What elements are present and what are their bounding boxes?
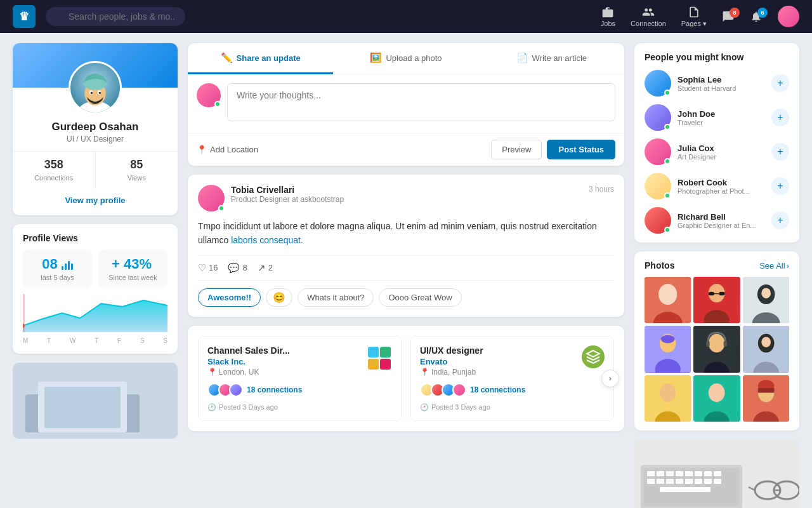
person-1-role: Student at Harvard <box>678 84 765 92</box>
svg-rect-30 <box>661 335 675 344</box>
nav-notifications[interactable]: 6 <box>750 10 763 23</box>
nav-messages[interactable]: 8 <box>722 10 735 23</box>
clock-icon-1: 🕐 <box>207 403 216 411</box>
jobs-card: Channel Sales Dir... Slack Inc. 📍 London… <box>188 326 624 431</box>
person-2-add-button[interactable]: + <box>771 109 789 126</box>
job-1-header: Channel Sales Dir... Slack Inc. 📍 London… <box>207 345 392 377</box>
job-2-company: Envato <box>420 357 483 366</box>
job-2-connections: 18 connections <box>420 383 605 397</box>
person-2-avatar <box>645 104 671 131</box>
user-avatar-nav[interactable] <box>778 6 799 27</box>
reaction-awesome-button[interactable]: Awesome!! <box>198 288 261 307</box>
person-item-2: John Doe Traveler + <box>645 104 789 131</box>
person-1-add-button[interactable]: + <box>771 74 789 92</box>
post-author-avatar <box>198 185 225 211</box>
view-profile-link[interactable]: View my profile <box>23 196 167 205</box>
message-badge: 8 <box>730 8 740 18</box>
chart-day-t2: T <box>95 337 98 344</box>
post-author-role: Product Designer at askbootstrap <box>231 195 582 204</box>
person-4-add-button[interactable]: + <box>771 177 789 195</box>
job-1-posted: 🕐 Posted 3 Days ago <box>207 403 392 411</box>
photo-thumb-1[interactable] <box>645 277 691 323</box>
person-3-add-button[interactable]: + <box>771 143 789 161</box>
feed-post: Tobia Crivellari Product Designer at ask… <box>188 175 624 317</box>
svg-point-39 <box>761 337 771 348</box>
reaction-emoji-button[interactable]: 😊 <box>266 288 292 307</box>
tab-write-article[interactable]: 📄 Write an article <box>479 43 624 74</box>
bottom-right-image <box>634 439 799 508</box>
comment-icon: 💬 <box>228 262 240 274</box>
photo-thumb-7[interactable] <box>645 375 691 422</box>
add-location-button[interactable]: 📍 Add Location <box>197 145 258 154</box>
photo-thumb-8[interactable] <box>693 375 740 422</box>
person-2-name: John Doe <box>678 109 765 119</box>
post-status-button[interactable]: Post Status <box>547 140 615 159</box>
last5-label: last 5 days <box>29 274 86 281</box>
svg-point-45 <box>709 384 725 402</box>
chevron-right-icon: › <box>787 261 789 271</box>
post-body-link[interactable]: laboris consequat. <box>231 235 303 245</box>
photos-title: Photos <box>645 260 674 271</box>
reaction-ooo-button[interactable]: Oooo Great Wow <box>379 288 461 307</box>
svg-rect-64 <box>695 471 702 476</box>
person-5-add-button[interactable]: + <box>771 211 789 229</box>
nav-pages-label: Pages ▾ <box>681 20 707 28</box>
job-item-2[interactable]: UI/UX designer Envato 📍 India, Punjab <box>410 336 614 421</box>
share-action[interactable]: ↗ 2 <box>258 262 273 274</box>
center-panel: ✏️ Share an update 🖼️ Upload a photo 📄 W… <box>188 43 624 508</box>
photo-thumb-5[interactable] <box>693 326 740 372</box>
views-stats-row: 08 last 5 days + 43% <box>23 250 167 288</box>
clock-icon-2: 🕐 <box>420 403 429 411</box>
tab-upload-photo[interactable]: 🖼️ Upload a photo <box>333 43 478 74</box>
share-count: 2 <box>268 263 273 272</box>
composer-textarea[interactable] <box>227 83 615 121</box>
right-panel: People you might know Sophia Lee Student… <box>634 43 799 508</box>
svg-rect-63 <box>685 471 693 476</box>
conn-av-7 <box>452 383 466 397</box>
post-composer: ✏️ Share an update 🖼️ Upload a photo 📄 W… <box>188 43 624 166</box>
job-2-title: UI/UX designer <box>420 345 483 356</box>
person-3-avatar <box>645 138 671 165</box>
nav-pages[interactable]: Pages ▾ <box>681 6 707 28</box>
person-5-name: Richard Bell <box>678 212 765 222</box>
photo-thumb-2[interactable] <box>693 277 740 323</box>
navbar: ♛ 🔍 Jobs Connection Pages ▾ 8 6 <box>0 0 812 33</box>
job-item-1[interactable]: Channel Sales Dir... Slack Inc. 📍 London… <box>198 336 402 421</box>
photo-thumb-9[interactable] <box>743 375 789 422</box>
keyboard-image <box>634 439 799 508</box>
preview-button[interactable]: Preview <box>491 140 542 159</box>
views-label: Views <box>128 174 146 182</box>
svg-rect-57 <box>666 471 674 476</box>
svg-rect-56 <box>657 471 664 476</box>
comment-action[interactable]: 💬 8 <box>228 262 247 274</box>
search-input[interactable] <box>46 7 185 26</box>
svg-rect-36 <box>724 341 727 347</box>
photo-thumb-3[interactable] <box>743 277 789 323</box>
nav-jobs[interactable]: Jobs <box>601 6 615 27</box>
svg-point-7 <box>91 92 93 94</box>
photo-thumb-6[interactable] <box>743 326 789 372</box>
composer-input-wrap <box>227 83 615 124</box>
pct-box: + 43% Since last week <box>98 250 167 288</box>
nav-logo[interactable]: ♛ <box>13 5 36 28</box>
person-1-avatar <box>645 70 671 97</box>
person-4-info: Robert Cook Photographer at Phot... <box>678 178 765 195</box>
jobs-scroll-next-button[interactable]: › <box>601 370 619 387</box>
photos-see-all-link[interactable]: See All › <box>759 261 789 271</box>
person-2-online <box>664 124 671 130</box>
tab-share-update[interactable]: ✏️ Share an update <box>188 43 333 74</box>
nav-connection[interactable]: Connection <box>631 6 666 27</box>
svg-rect-58 <box>676 471 683 476</box>
person-4-name: Robert Cook <box>678 178 765 187</box>
photo-thumb-4[interactable] <box>645 326 691 372</box>
composer-online-dot <box>214 101 221 107</box>
chart-day-f: F <box>117 337 121 344</box>
like-action[interactable]: ♡ 16 <box>198 262 218 274</box>
svg-rect-50 <box>757 388 774 392</box>
composer-body <box>188 74 624 133</box>
slack-logo <box>368 347 391 370</box>
post-header: Tobia Crivellari Product Designer at ask… <box>198 185 614 211</box>
reaction-whats-button[interactable]: Whats it about? <box>298 288 374 307</box>
job-2-posted: 🕐 Posted 3 Days ago <box>420 403 605 411</box>
svg-rect-70 <box>714 479 721 484</box>
